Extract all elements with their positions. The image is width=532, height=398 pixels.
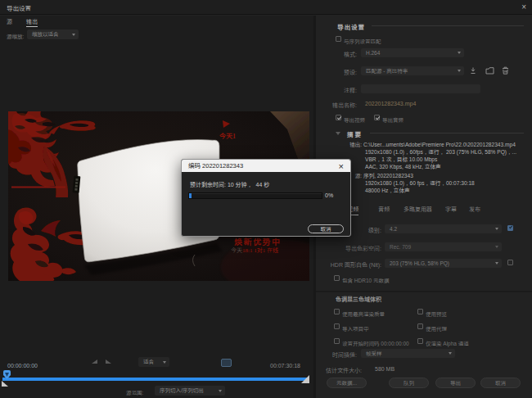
svg-text:今天1: 今天1 xyxy=(219,131,236,140)
svg-text:今天18:1 1对1 在线: 今天18:1 1对1 在线 xyxy=(231,246,278,254)
